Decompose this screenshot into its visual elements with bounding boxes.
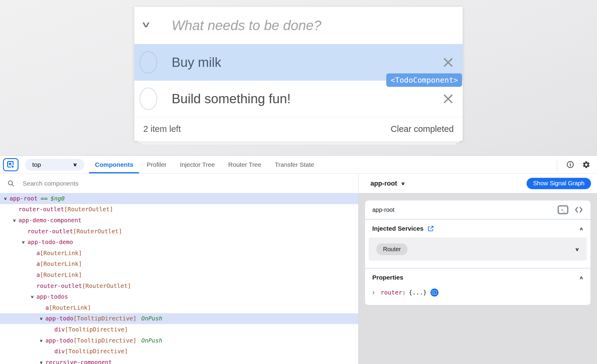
expander-chevron-icon[interactable]: ∨ — [2, 196, 9, 201]
expander-chevron-icon[interactable]: ∨ — [20, 240, 27, 244]
search-components-input[interactable] — [23, 180, 321, 187]
component-card: app-root >_ — [365, 200, 590, 305]
tree-row[interactable]: router-outlet[RouterOutlet] — [0, 280, 358, 291]
card-stack-edge — [141, 143, 456, 145]
screen: ∨ Buy milk × <TodoComponent> Build somet… — [0, 0, 597, 364]
component-tree: ∨app-root==$ng0 router-outlet[RouterOutl… — [0, 193, 358, 364]
vertical-divider — [557, 159, 557, 171]
devtools-body: ∨app-root==$ng0 router-outlet[RouterOutl… — [0, 174, 597, 364]
items-left-count: 2 item left — [143, 124, 181, 134]
tab-injector-tree[interactable]: Injector Tree — [180, 156, 215, 173]
gear-icon — [582, 161, 590, 169]
tree-row-app-root[interactable]: ∨app-root==$ng0 — [0, 193, 358, 204]
tree-row[interactable]: ∨app-demo-component — [0, 215, 358, 226]
tree-row[interactable]: div[TooltipDirective] — [0, 324, 358, 335]
info-button[interactable] — [566, 161, 574, 169]
delete-todo-button[interactable]: × — [441, 90, 455, 106]
tab-components[interactable]: Components — [95, 156, 133, 173]
collapse-section-chevron-icon[interactable]: ∧ — [579, 226, 584, 232]
tree-row[interactable]: ∨app-todo-demo — [0, 237, 358, 248]
component-inspect-badge: <TodoComponent> — [386, 73, 462, 87]
tree-row[interactable]: ∨app-todo[TooltipDirective]OnPush — [0, 335, 358, 346]
devtools-tabs: Components Profiler Injector Tree Router… — [95, 156, 314, 173]
details-content: app-root >_ — [358, 193, 597, 364]
info-icon — [566, 161, 574, 169]
expander-chevron-icon[interactable]: ∨ — [11, 218, 18, 223]
tree-row[interactable]: div[TooltipDirective] — [0, 346, 358, 357]
todo-label: Build something fun! — [172, 91, 291, 106]
code-icon[interactable] — [574, 206, 583, 214]
inspect-component-icon — [6, 160, 16, 169]
settings-button[interactable] — [582, 161, 590, 169]
todo-label: Buy milk — [172, 55, 221, 70]
chevron-down-icon: ∨ — [73, 162, 78, 167]
tree-row[interactable]: a[RouterLink] — [0, 302, 358, 313]
expander-chevron-icon[interactable]: ∨ — [38, 338, 45, 343]
todo-card: ∨ Buy milk × <TodoComponent> Build somet… — [134, 7, 463, 141]
expander-chevron-icon[interactable]: ∨ — [38, 316, 45, 321]
inspect-component-button[interactable] — [3, 158, 19, 171]
toggle-all-chevron-icon[interactable]: ∨ — [141, 20, 151, 29]
show-signal-graph-button[interactable]: Show Signal Graph — [527, 178, 591, 189]
component-card-header: app-root >_ — [365, 200, 590, 219]
topbar-right-icons — [557, 159, 590, 171]
clear-completed-button[interactable]: Clear completed — [391, 124, 454, 134]
angular-devtools-panel: top ∨ Components Profiler Injector Tree … — [0, 155, 597, 364]
expander-chevron-icon[interactable]: ∨ — [29, 294, 36, 299]
new-todo-row: ∨ — [134, 7, 463, 44]
new-todo-input[interactable] — [172, 7, 449, 44]
tree-row[interactable]: a[RouterLink] — [0, 269, 358, 280]
component-details-panel: app-root ∨ Show Signal Graph app-root >_ — [358, 174, 597, 364]
service-chip-router[interactable]: Router — [376, 243, 407, 255]
expand-caret-icon[interactable]: › — [372, 288, 375, 297]
details-header: app-root ∨ Show Signal Graph — [358, 174, 597, 193]
collapse-section-chevron-icon[interactable]: ∧ — [579, 275, 584, 280]
injected-services-box: Router ∨ — [369, 237, 587, 261]
component-tree-panel: ∨app-root==$ng0 router-outlet[RouterOutl… — [0, 174, 358, 364]
external-link-icon[interactable] — [427, 225, 434, 232]
tree-row[interactable]: ∨app-todos — [0, 291, 358, 302]
delete-todo-button[interactable]: × — [441, 54, 455, 70]
properties-section-header: Properties ∧ — [365, 269, 590, 285]
selected-component-dropdown[interactable]: app-root ∨ — [370, 180, 405, 187]
tree-row[interactable]: a[RouterLink] — [0, 259, 358, 270]
expander-chevron-icon[interactable]: ∨ — [38, 360, 45, 364]
devtools-topbar: top ∨ Components Profiler Injector Tree … — [0, 156, 597, 174]
tab-profiler[interactable]: Profiler — [147, 156, 167, 173]
todo-app-stage: ∨ Buy milk × <TodoComponent> Build somet… — [0, 0, 597, 155]
card-stack-edge — [137, 141, 460, 143]
tree-row[interactable]: ∨recursive-component — [0, 357, 358, 364]
tree-row-selected-app-todo[interactable]: ∨app-todo[TooltipDirective]OnPush — [0, 313, 358, 324]
tree-row[interactable]: a[RouterLink] — [0, 248, 358, 259]
todo-checkbox[interactable] — [140, 51, 157, 73]
frame-selector-dropdown[interactable]: top ∨ — [25, 159, 84, 171]
search-row — [0, 174, 358, 193]
component-card-title: app-root — [372, 206, 395, 213]
tree-row[interactable]: router-outlet[RouterOutlet] — [0, 204, 358, 215]
properties-title: Properties — [372, 274, 403, 281]
chevron-down-icon[interactable]: ∨ — [575, 246, 580, 252]
frame-selector-value: top — [32, 161, 41, 168]
todo-item-row[interactable]: <TodoComponent> Build something fun! × — [134, 81, 463, 117]
tab-transfer-state[interactable]: Transfer State — [275, 156, 314, 173]
console-icon[interactable]: >_ — [558, 205, 568, 214]
todo-footer: 2 item left Clear completed — [134, 117, 463, 141]
selected-component-name: app-root — [370, 180, 397, 187]
injected-services-title: Injected Services — [372, 225, 424, 232]
injected-services-section-header: Injected Services ∧ — [365, 220, 590, 236]
log-to-console-icon[interactable]: >_ — [430, 289, 438, 297]
chevron-down-icon: ∨ — [401, 181, 405, 186]
search-icon — [7, 180, 15, 187]
todo-checkbox[interactable] — [140, 88, 157, 110]
tab-router-tree[interactable]: Router Tree — [228, 156, 261, 173]
tree-row[interactable]: router-outlet[RouterOutlet] — [0, 226, 358, 237]
property-row[interactable]: › router:{...} >_ — [365, 285, 590, 305]
